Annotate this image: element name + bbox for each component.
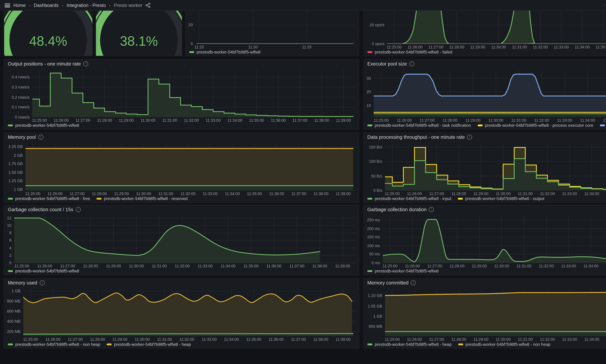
top-nav: Home › Dashboards › Integration - Presto… <box>0 0 606 11</box>
legend-item[interactable]: prestodb-worker-54bf7b98f5-wlfw8 <box>367 269 439 273</box>
panel-gauge2: 38.1% <box>95 10 182 56</box>
y-axis-tick: 50 ms <box>364 252 380 257</box>
x-axis-tick: 11:36:00 <box>265 337 287 342</box>
legend-item[interactable]: prestodb-worker-54bf7b98f5-wlfw8 - reser… <box>96 196 188 201</box>
legend-swatch <box>367 344 372 345</box>
x-axis-tick: 11:34:00 <box>221 337 242 342</box>
info-icon[interactable]: i <box>76 207 81 212</box>
x-axis-tick: 11:25 <box>189 45 210 49</box>
panel-gcduration: Garbage collection durationi0 ms50 ms100… <box>363 205 606 275</box>
y-axis-tick: 200 MB <box>4 329 20 334</box>
breadcrumb-folder[interactable]: Integration - Presto <box>67 2 106 8</box>
info-icon[interactable]: i <box>409 61 414 66</box>
breadcrumb-home[interactable]: Home <box>13 2 26 8</box>
legend-item[interactable]: prestodb-worker-54bf7b98f5-wlfw8 - non h… <box>458 342 550 347</box>
x-axis-tick: 11:39:00 <box>332 337 354 342</box>
legend-item[interactable]: prestodb-worker-54bf7b98f5-wlfw8 - proce… <box>600 123 606 128</box>
info-icon[interactable]: i <box>411 280 416 285</box>
x-axis-tick: 11:27:00 <box>67 191 88 196</box>
chart-output[interactable]: 0 rows/s0.1 rows/s0.2 rows/s0.3 rows/s0.… <box>4 68 359 123</box>
x-axis-tick: 11:35:00 <box>243 337 264 342</box>
panel-title-text: Memory pool <box>8 134 36 140</box>
legend-item[interactable]: prestodb-worker-54bf7b98f5-wlfw8 - input <box>367 196 451 201</box>
breadcrumb-dashboards[interactable]: Dashboards <box>34 2 59 8</box>
x-axis-tick: 11:34:00 <box>224 118 245 123</box>
legend-item[interactable]: prestodb-worker-54bf7b98f5-wlfw8 <box>8 123 79 128</box>
x-axis-tick: 11:29:00 <box>469 264 490 268</box>
y-axis-tick: 1 GB <box>364 314 382 318</box>
x-axis-tick: 11:25:00 <box>382 337 403 342</box>
gear-icon[interactable] <box>605 2 606 8</box>
info-icon[interactable]: i <box>40 280 45 285</box>
y-axis-tick: 0.2 rows/s <box>4 95 29 99</box>
menu-icon[interactable] <box>5 3 10 7</box>
chart-gauge1[interactable]: 48.4% <box>4 10 92 56</box>
x-axis-tick: 11:30 <box>242 45 264 49</box>
legend-item[interactable]: prestodb-worker-54bf7b98f5-wlfw8 - faile… <box>367 50 452 54</box>
x-axis-tick: 11:31:00 <box>509 45 530 49</box>
panel-memused: Memory usedi200 MB400 MB600 MB800 MB1 GB… <box>4 278 360 349</box>
x-axis-tick: 11:30:00 <box>126 264 147 268</box>
panel-title-gcduration[interactable]: Garbage collection durationi <box>364 205 606 213</box>
chart-gcduration[interactable]: 0 ms50 ms100 ms150 ms200 ms250 ms11:25:0… <box>364 213 606 269</box>
x-axis-tick: 11:25:00 <box>379 264 401 268</box>
x-axis-tick: 11:28:00 <box>448 191 469 196</box>
panel-title-gccount[interactable]: Garbage collection count / 15si <box>4 205 359 213</box>
chart-gccount[interactable]: 02468101211:25:0011:26:0011:27:0011:28:0… <box>4 213 359 269</box>
chart-gauge2[interactable]: 38.1% <box>96 10 182 56</box>
legend-item[interactable]: prestodb-worker-54bf7b98f5-wlfw8 - proce… <box>477 123 593 128</box>
legend-label: prestodb-worker-54bf7b98f5-wlfw8 - outpu… <box>465 196 544 201</box>
x-axis-tick: 11:35:00 <box>603 337 606 342</box>
info-icon[interactable]: i <box>38 134 43 140</box>
info-icon[interactable]: i <box>467 134 472 140</box>
chart-throughput[interactable]: 0 B/s50 B/s100 B/s150 B/s11:25:0011:26:0… <box>364 141 606 196</box>
info-icon[interactable]: i <box>429 207 434 212</box>
chart-mempool[interactable]: 1 GB1.25 GB1.50 GB1.75 GB2 GB2.25 GB11:2… <box>4 141 359 196</box>
x-axis-tick: 11:32:00 <box>177 191 199 196</box>
y-axis-tick: 12 <box>4 216 11 220</box>
x-axis-tick: 11:27:00 <box>426 191 447 196</box>
x-axis-tick: 11:37:00 <box>289 118 310 123</box>
legend-item[interactable]: prestodb-worker-54bf7b98f5-wlfw8 - heap <box>107 342 191 347</box>
panel-output: Output positions - one minute ratei0 row… <box>4 59 360 130</box>
legend-item[interactable]: prestodb-worker-54bf7b98f5-wlfw8 <box>8 269 79 273</box>
x-axis-tick: 11:38:00 <box>310 191 332 196</box>
legend-swatch <box>458 198 463 199</box>
panel-title-memcommitted[interactable]: Memory committedi <box>364 278 606 287</box>
panel-title-memused[interactable]: Memory usedi <box>4 278 359 287</box>
x-axis-tick: 11:28:00 <box>89 191 110 196</box>
panel-title-executor[interactable]: Executor pool sizei <box>364 59 606 68</box>
info-icon[interactable]: i <box>83 61 88 66</box>
x-axis-tick: 11:27:00 <box>57 264 78 268</box>
legend-item[interactable]: prestodb-worker-54bf7b98f5-wlfw8 - free <box>8 196 90 201</box>
chart-p3[interactable]: 020406011:2511:3011:35 <box>186 10 359 50</box>
x-axis-tick: 11:33:00 <box>551 45 572 49</box>
legend-item[interactable]: prestodb-worker-54bf7b98f5-wlfw8 - outpu… <box>458 196 544 201</box>
x-axis-tick: 11:31:00 <box>508 118 529 123</box>
x-axis-tick: 11:34:00 <box>581 191 602 196</box>
chart-memused[interactable]: 200 MB400 MB600 MB800 MB1 GB11:25:0011:2… <box>4 287 359 342</box>
x-axis-tick: 11:29:00 <box>470 191 492 196</box>
panel-title-throughput[interactable]: Data processing throughput - one minute … <box>364 133 606 141</box>
panel-title-mempool[interactable]: Memory pooli <box>4 133 359 141</box>
share-icon[interactable] <box>146 2 151 8</box>
legend-label: prestodb-worker-54bf7b98f5-wlfw8 <box>15 269 79 273</box>
x-axis-tick: 11:27:00 <box>424 264 445 268</box>
legend-item[interactable]: prestodb-worker-54bf7b98f5-wlfw8 <box>189 50 261 54</box>
legend-swatch <box>189 51 194 53</box>
legend-item[interactable]: prestodb-worker-54bf7b98f5-wlfw8 - non h… <box>8 342 100 347</box>
y-axis-tick: 1.10 GB <box>364 293 382 298</box>
chart-memcommitted[interactable]: 950 MB1 GB1.05 GB1.10 GB11:25:0011:26:00… <box>364 287 606 342</box>
x-axis-tick: 11:30:00 <box>132 337 153 342</box>
x-axis-tick: 11:30:00 <box>493 337 514 342</box>
legend-item[interactable]: prestodb-worker-54bf7b98f5-wlfw8 - heap <box>367 342 452 347</box>
legend-swatch <box>458 344 463 345</box>
x-axis-tick: 11:29:00 <box>116 118 137 123</box>
x-axis-tick: 11:35:00 <box>603 191 606 196</box>
chart-p4[interactable]: 0 ops/s20 ops/s40 ops/s60 ops/s0 ops/s1 … <box>364 10 606 50</box>
chart-executor[interactable]: 10203011:25:0011:26:0011:27:0011:28:0011… <box>364 68 606 123</box>
x-axis-tick: 11:30:00 <box>488 45 509 49</box>
panel-title-output[interactable]: Output positions - one minute ratei <box>4 59 359 68</box>
x-axis-tick: 11:32:00 <box>172 264 193 268</box>
legend-item[interactable]: prestodb-worker-54bf7b98f5-wlfw8 - task … <box>367 123 471 128</box>
